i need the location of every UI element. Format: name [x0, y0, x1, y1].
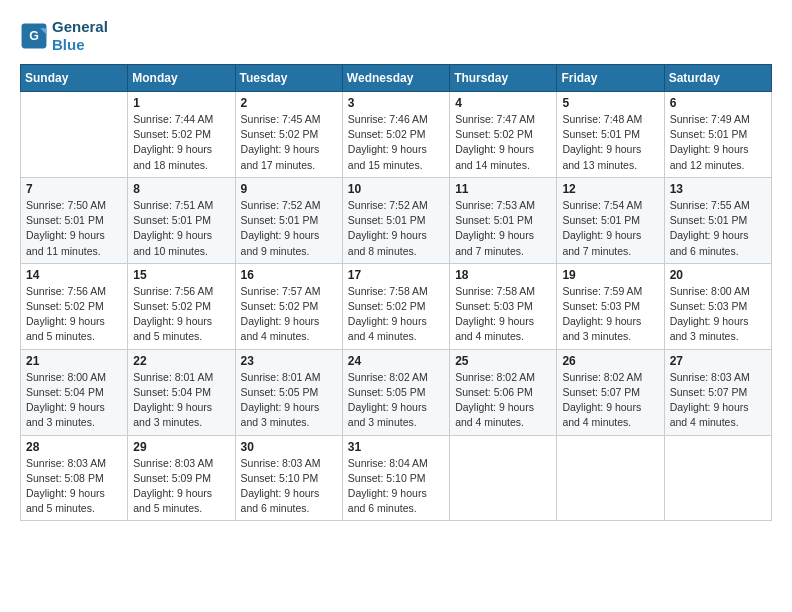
weekday-header-sunday: Sunday	[21, 65, 128, 92]
weekday-header-thursday: Thursday	[450, 65, 557, 92]
day-info: Sunrise: 8:04 AM Sunset: 5:10 PM Dayligh…	[348, 456, 444, 517]
calendar-cell: 9Sunrise: 7:52 AM Sunset: 5:01 PM Daylig…	[235, 177, 342, 263]
day-number: 20	[670, 268, 766, 282]
calendar-cell: 28Sunrise: 8:03 AM Sunset: 5:08 PM Dayli…	[21, 435, 128, 521]
day-info: Sunrise: 7:47 AM Sunset: 5:02 PM Dayligh…	[455, 112, 551, 173]
day-info: Sunrise: 7:52 AM Sunset: 5:01 PM Dayligh…	[241, 198, 337, 259]
day-number: 6	[670, 96, 766, 110]
day-number: 27	[670, 354, 766, 368]
calendar-cell: 22Sunrise: 8:01 AM Sunset: 5:04 PM Dayli…	[128, 349, 235, 435]
day-number: 13	[670, 182, 766, 196]
calendar-cell: 12Sunrise: 7:54 AM Sunset: 5:01 PM Dayli…	[557, 177, 664, 263]
weekday-header-monday: Monday	[128, 65, 235, 92]
svg-text:G: G	[29, 29, 39, 43]
day-info: Sunrise: 8:03 AM Sunset: 5:09 PM Dayligh…	[133, 456, 229, 517]
calendar-cell	[450, 435, 557, 521]
calendar-cell: 24Sunrise: 8:02 AM Sunset: 5:05 PM Dayli…	[342, 349, 449, 435]
calendar-cell: 19Sunrise: 7:59 AM Sunset: 5:03 PM Dayli…	[557, 263, 664, 349]
calendar-week-4: 21Sunrise: 8:00 AM Sunset: 5:04 PM Dayli…	[21, 349, 772, 435]
day-info: Sunrise: 7:58 AM Sunset: 5:03 PM Dayligh…	[455, 284, 551, 345]
day-number: 15	[133, 268, 229, 282]
day-number: 31	[348, 440, 444, 454]
calendar-cell: 17Sunrise: 7:58 AM Sunset: 5:02 PM Dayli…	[342, 263, 449, 349]
day-info: Sunrise: 7:46 AM Sunset: 5:02 PM Dayligh…	[348, 112, 444, 173]
day-info: Sunrise: 7:44 AM Sunset: 5:02 PM Dayligh…	[133, 112, 229, 173]
calendar-cell: 25Sunrise: 8:02 AM Sunset: 5:06 PM Dayli…	[450, 349, 557, 435]
calendar-cell: 26Sunrise: 8:02 AM Sunset: 5:07 PM Dayli…	[557, 349, 664, 435]
day-info: Sunrise: 7:49 AM Sunset: 5:01 PM Dayligh…	[670, 112, 766, 173]
logo-text-line2: Blue	[52, 36, 108, 54]
day-number: 21	[26, 354, 122, 368]
day-number: 16	[241, 268, 337, 282]
calendar-cell: 15Sunrise: 7:56 AM Sunset: 5:02 PM Dayli…	[128, 263, 235, 349]
day-number: 3	[348, 96, 444, 110]
weekday-header-row: SundayMondayTuesdayWednesdayThursdayFrid…	[21, 65, 772, 92]
day-info: Sunrise: 8:02 AM Sunset: 5:05 PM Dayligh…	[348, 370, 444, 431]
day-number: 2	[241, 96, 337, 110]
calendar-cell: 1Sunrise: 7:44 AM Sunset: 5:02 PM Daylig…	[128, 92, 235, 178]
calendar-cell: 5Sunrise: 7:48 AM Sunset: 5:01 PM Daylig…	[557, 92, 664, 178]
day-info: Sunrise: 8:02 AM Sunset: 5:07 PM Dayligh…	[562, 370, 658, 431]
calendar-cell: 11Sunrise: 7:53 AM Sunset: 5:01 PM Dayli…	[450, 177, 557, 263]
calendar-cell: 16Sunrise: 7:57 AM Sunset: 5:02 PM Dayli…	[235, 263, 342, 349]
calendar-week-5: 28Sunrise: 8:03 AM Sunset: 5:08 PM Dayli…	[21, 435, 772, 521]
day-number: 17	[348, 268, 444, 282]
day-number: 24	[348, 354, 444, 368]
day-number: 5	[562, 96, 658, 110]
day-info: Sunrise: 8:03 AM Sunset: 5:07 PM Dayligh…	[670, 370, 766, 431]
page: G General Blue SundayMondayTuesdayWednes…	[0, 0, 792, 612]
day-info: Sunrise: 8:01 AM Sunset: 5:04 PM Dayligh…	[133, 370, 229, 431]
day-info: Sunrise: 7:56 AM Sunset: 5:02 PM Dayligh…	[133, 284, 229, 345]
calendar-cell: 13Sunrise: 7:55 AM Sunset: 5:01 PM Dayli…	[664, 177, 771, 263]
day-info: Sunrise: 7:55 AM Sunset: 5:01 PM Dayligh…	[670, 198, 766, 259]
header: G General Blue	[20, 18, 772, 54]
weekday-header-wednesday: Wednesday	[342, 65, 449, 92]
calendar-cell: 6Sunrise: 7:49 AM Sunset: 5:01 PM Daylig…	[664, 92, 771, 178]
day-number: 28	[26, 440, 122, 454]
day-number: 12	[562, 182, 658, 196]
calendar-cell: 21Sunrise: 8:00 AM Sunset: 5:04 PM Dayli…	[21, 349, 128, 435]
calendar-cell	[664, 435, 771, 521]
calendar-week-3: 14Sunrise: 7:56 AM Sunset: 5:02 PM Dayli…	[21, 263, 772, 349]
day-number: 29	[133, 440, 229, 454]
day-number: 25	[455, 354, 551, 368]
day-info: Sunrise: 8:01 AM Sunset: 5:05 PM Dayligh…	[241, 370, 337, 431]
day-number: 7	[26, 182, 122, 196]
calendar-cell: 27Sunrise: 8:03 AM Sunset: 5:07 PM Dayli…	[664, 349, 771, 435]
day-info: Sunrise: 7:59 AM Sunset: 5:03 PM Dayligh…	[562, 284, 658, 345]
day-number: 8	[133, 182, 229, 196]
logo: G General Blue	[20, 18, 108, 54]
calendar-cell	[21, 92, 128, 178]
day-number: 22	[133, 354, 229, 368]
day-info: Sunrise: 8:02 AM Sunset: 5:06 PM Dayligh…	[455, 370, 551, 431]
day-number: 10	[348, 182, 444, 196]
day-info: Sunrise: 7:57 AM Sunset: 5:02 PM Dayligh…	[241, 284, 337, 345]
calendar-cell: 8Sunrise: 7:51 AM Sunset: 5:01 PM Daylig…	[128, 177, 235, 263]
calendar-cell: 14Sunrise: 7:56 AM Sunset: 5:02 PM Dayli…	[21, 263, 128, 349]
day-number: 4	[455, 96, 551, 110]
day-number: 14	[26, 268, 122, 282]
day-info: Sunrise: 7:50 AM Sunset: 5:01 PM Dayligh…	[26, 198, 122, 259]
weekday-header-saturday: Saturday	[664, 65, 771, 92]
day-info: Sunrise: 7:58 AM Sunset: 5:02 PM Dayligh…	[348, 284, 444, 345]
day-number: 1	[133, 96, 229, 110]
calendar-cell: 29Sunrise: 8:03 AM Sunset: 5:09 PM Dayli…	[128, 435, 235, 521]
day-info: Sunrise: 7:56 AM Sunset: 5:02 PM Dayligh…	[26, 284, 122, 345]
day-info: Sunrise: 8:00 AM Sunset: 5:03 PM Dayligh…	[670, 284, 766, 345]
logo-text-line1: General	[52, 18, 108, 36]
day-info: Sunrise: 7:45 AM Sunset: 5:02 PM Dayligh…	[241, 112, 337, 173]
day-number: 26	[562, 354, 658, 368]
calendar-cell: 3Sunrise: 7:46 AM Sunset: 5:02 PM Daylig…	[342, 92, 449, 178]
calendar-week-2: 7Sunrise: 7:50 AM Sunset: 5:01 PM Daylig…	[21, 177, 772, 263]
logo-icon: G	[20, 22, 48, 50]
calendar-cell: 31Sunrise: 8:04 AM Sunset: 5:10 PM Dayli…	[342, 435, 449, 521]
day-number: 23	[241, 354, 337, 368]
day-number: 9	[241, 182, 337, 196]
day-number: 11	[455, 182, 551, 196]
calendar-cell: 10Sunrise: 7:52 AM Sunset: 5:01 PM Dayli…	[342, 177, 449, 263]
calendar-cell: 7Sunrise: 7:50 AM Sunset: 5:01 PM Daylig…	[21, 177, 128, 263]
day-info: Sunrise: 7:51 AM Sunset: 5:01 PM Dayligh…	[133, 198, 229, 259]
day-number: 19	[562, 268, 658, 282]
calendar-cell: 20Sunrise: 8:00 AM Sunset: 5:03 PM Dayli…	[664, 263, 771, 349]
day-info: Sunrise: 7:54 AM Sunset: 5:01 PM Dayligh…	[562, 198, 658, 259]
